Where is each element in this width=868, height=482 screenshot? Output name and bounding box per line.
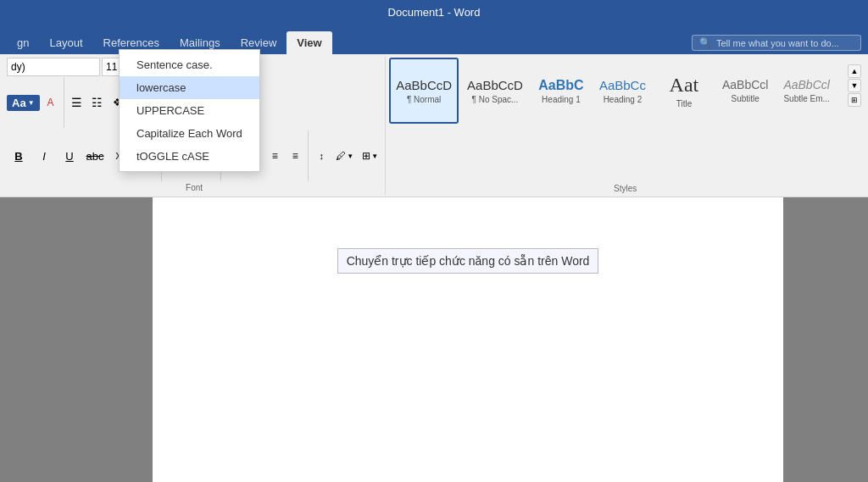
style-subtitle-preview: AaBbCcl <box>722 78 768 92</box>
doc-right-margin <box>783 197 868 482</box>
style-h1-preview: AaBbC <box>538 77 583 93</box>
style-normal-preview: AaBbCcD <box>396 78 452 93</box>
style-title-preview: Aat <box>670 73 699 97</box>
dropdown-item-lowercase[interactable]: lowercase <box>120 76 259 99</box>
style-subtle-label: Subtle Em... <box>783 94 829 103</box>
tab-gn[interactable]: gn <box>7 31 39 54</box>
border-icon: ⊞ <box>362 150 370 162</box>
style-nospace-preview: AaBbCcD <box>467 78 523 93</box>
styles-scroll: ▲ ▼ ⊞ <box>848 64 861 107</box>
style-title-label: Title <box>676 99 693 108</box>
document-text: Chuyển trực tiếp chức năng có sẵn trên W… <box>337 248 599 274</box>
shading-button[interactable]: 🖊 ▼ <box>332 147 357 164</box>
tab-view[interactable]: View <box>287 31 331 54</box>
border-arrow: ▼ <box>371 152 378 160</box>
shading-icon: 🖊 <box>336 150 346 162</box>
style-subtitle[interactable]: AaBbCcl Subtitle <box>715 58 775 124</box>
change-case-button[interactable]: Aa ▼ <box>7 95 40 111</box>
line-spacing-button[interactable]: ↕ <box>312 147 331 165</box>
align-right-button[interactable]: ≡ <box>265 147 284 165</box>
style-title[interactable]: Aat Title <box>654 58 714 124</box>
document-area: Chuyển trực tiếp chức năng có sẵn trên W… <box>0 197 868 482</box>
tab-layout[interactable]: Layout <box>39 31 92 54</box>
style-normal[interactable]: AaBbCcD ¶ Normal <box>389 58 459 124</box>
numbered-list-button[interactable]: ☷ <box>88 93 107 112</box>
search-icon: 🔍 <box>699 37 711 48</box>
body-text: Chuyển trực tiếp chức năng có sẵn trên W… <box>347 254 590 268</box>
strikethrough-button[interactable]: abc <box>83 145 107 167</box>
style-subtle-preview: AaBbCcl <box>783 78 829 92</box>
justify-button[interactable]: ≡ <box>286 147 304 165</box>
title-bar: Document1 - Word <box>0 0 868 25</box>
italic-button[interactable]: I <box>32 145 56 167</box>
bullet-list-button[interactable]: ☰ <box>68 93 86 112</box>
font-group-label: Font <box>7 181 381 193</box>
title-bar-text: Document1 - Word <box>388 6 481 19</box>
style-h1-label: Heading 1 <box>542 95 581 104</box>
dropdown-item-toggle-case[interactable]: tOGGLE cASE <box>120 145 259 168</box>
scroll-down-button[interactable]: ▼ <box>848 79 861 92</box>
style-subtle[interactable]: AaBbCcl Subtle Em... <box>776 58 836 124</box>
dropdown-item-sentence-case[interactable]: Sentence case. <box>120 53 259 76</box>
separator <box>64 77 64 128</box>
style-subtitle-label: Subtitle <box>731 94 759 103</box>
bold-button[interactable]: B <box>7 145 31 167</box>
more-styles-button[interactable]: ⊞ <box>848 93 861 107</box>
aa-label: Aa <box>12 97 26 109</box>
styles-group: AaBbCcD ¶ Normal AaBbCcD ¶ No Spac... Aa… <box>386 56 865 195</box>
ribbon-search[interactable]: 🔍 Tell me what you want to do... <box>692 35 861 51</box>
style-normal-label: ¶ Normal <box>407 95 441 104</box>
separator6 <box>308 130 309 181</box>
scroll-up-button[interactable]: ▲ <box>848 64 861 78</box>
clear-format-button[interactable]: A <box>42 93 60 112</box>
style-nospace[interactable]: AaBbCcD ¶ No Spac... <box>460 58 530 124</box>
border-button[interactable]: ⊞ ▼ <box>359 147 381 164</box>
underline-button[interactable]: U <box>58 145 81 167</box>
styles-list: AaBbCcD ¶ Normal AaBbCcD ¶ No Spac... Aa… <box>389 58 861 124</box>
dropdown-item-capitalize[interactable]: Capitalize Each Word <box>120 122 259 145</box>
styles-group-label: Styles <box>614 184 637 193</box>
search-placeholder: Tell me what you want to do... <box>716 38 839 48</box>
doc-left-margin <box>0 197 153 482</box>
style-heading2[interactable]: AaBbCc Heading 2 <box>593 58 653 124</box>
shading-arrow: ▼ <box>347 152 353 160</box>
dropdown-item-uppercase[interactable]: UPPERCASE <box>120 99 259 122</box>
style-h2-preview: AaBbCc <box>599 78 646 93</box>
change-case-dropdown: Sentence case. lowercase UPPERCASE Capit… <box>119 49 260 172</box>
style-heading1[interactable]: AaBbC Heading 1 <box>531 58 591 124</box>
style-nospace-label: ¶ No Spac... <box>472 95 519 104</box>
dropdown-arrow: ▼ <box>28 99 35 107</box>
font-name-input[interactable] <box>7 58 100 76</box>
style-h2-label: Heading 2 <box>604 95 643 104</box>
document-page[interactable]: Chuyển trực tiếp chức năng có sẵn trên W… <box>153 197 783 482</box>
